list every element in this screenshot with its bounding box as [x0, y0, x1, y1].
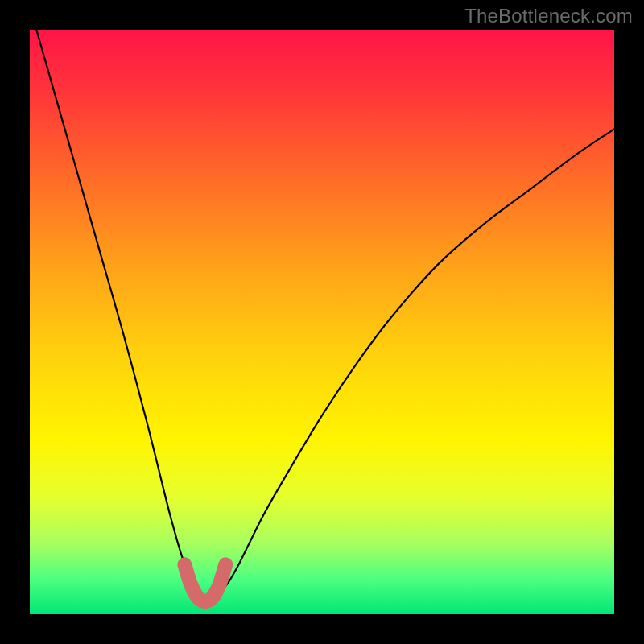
chart-svg [30, 30, 614, 614]
watermark-text: TheBottleneck.com [464, 5, 633, 27]
bottleneck-curve [30, 6, 614, 601]
chart-plot-area [30, 30, 614, 614]
minimum-highlight [184, 564, 225, 601]
chart-stage: TheBottleneck.com [0, 0, 644, 644]
